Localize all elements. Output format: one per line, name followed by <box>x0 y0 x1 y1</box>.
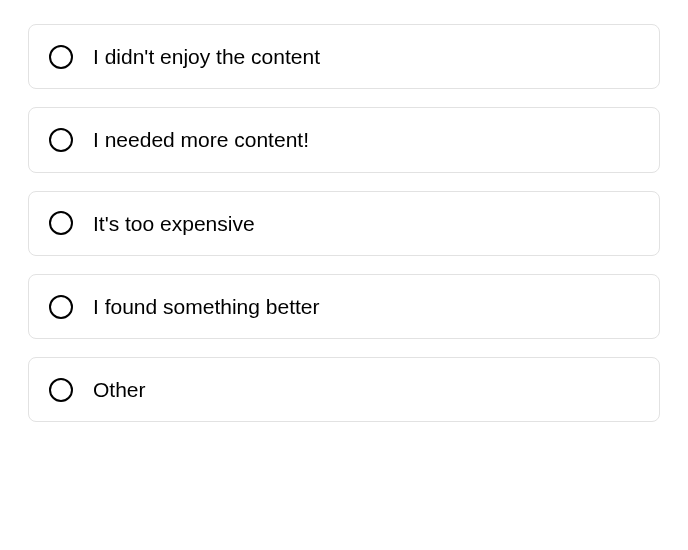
option-found-something-better[interactable]: I found something better <box>28 274 660 339</box>
radio-icon <box>49 295 73 319</box>
option-label: I found something better <box>93 293 319 320</box>
option-label: Other <box>93 376 146 403</box>
option-needed-more-content[interactable]: I needed more content! <box>28 107 660 172</box>
option-didnt-enjoy-content[interactable]: I didn't enjoy the content <box>28 24 660 89</box>
option-label: I didn't enjoy the content <box>93 43 320 70</box>
option-label: It's too expensive <box>93 210 255 237</box>
option-label: I needed more content! <box>93 126 309 153</box>
option-other[interactable]: Other <box>28 357 660 422</box>
reason-option-list: I didn't enjoy the content I needed more… <box>28 24 660 422</box>
radio-icon <box>49 378 73 402</box>
radio-icon <box>49 128 73 152</box>
option-too-expensive[interactable]: It's too expensive <box>28 191 660 256</box>
radio-icon <box>49 211 73 235</box>
radio-icon <box>49 45 73 69</box>
